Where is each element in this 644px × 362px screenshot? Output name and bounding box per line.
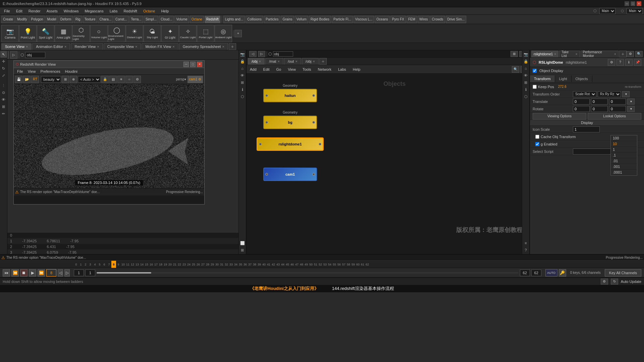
maximize-button[interactable]: □ (631, 1, 635, 6)
net-nav-go[interactable]: Go (274, 67, 283, 72)
tick-13[interactable]: 13 (135, 261, 140, 268)
tick-30[interactable]: 30 (215, 261, 219, 268)
net-info-btn[interactable]: ? (523, 247, 529, 253)
btn-rig[interactable]: Rig (74, 16, 82, 23)
rview-maximize[interactable]: ⬜ (239, 240, 246, 246)
lookat-options-btn[interactable]: Lookat Options (588, 113, 641, 120)
rsrv-channels[interactable]: ▤ (109, 76, 117, 83)
light-volume[interactable]: ○ Volume Light (90, 25, 108, 42)
tick-18[interactable]: 18 (158, 261, 163, 268)
status-refresh[interactable]: ↻ (611, 279, 618, 285)
btn-fem[interactable]: FEM (407, 16, 417, 23)
light-ambient[interactable]: ◎ Ambient Light (215, 25, 232, 42)
net-tab-mat[interactable]: /mat × (265, 58, 283, 65)
menu-octane[interactable]: Octane (141, 8, 158, 14)
tick-38[interactable]: 38 (252, 261, 257, 268)
status-icon1[interactable]: ⚙ (601, 279, 608, 285)
node-haitun-box[interactable]: haitun (263, 89, 317, 102)
tx-input[interactable] (573, 99, 590, 105)
menu-edit[interactable]: Edit (13, 8, 25, 14)
rsrv-zoom[interactable]: ⊕ (70, 76, 77, 83)
net-nav-add[interactable]: Add (248, 67, 259, 72)
light-spot[interactable]: 🔦 Spot Light (37, 25, 54, 42)
dropdown-overlay[interactable]: 100 10 1 .1 .01 .001 .0001 (610, 135, 637, 176)
tick-55[interactable]: 55 (332, 261, 337, 268)
btn-collisions[interactable]: Collisions (246, 16, 263, 23)
plus-button[interactable]: + (234, 30, 242, 37)
tick-14[interactable]: 14 (140, 261, 144, 268)
rview-mark[interactable]: ⬡ (239, 93, 246, 100)
viewing-options-btn[interactable]: Viewing Options (533, 113, 586, 120)
transform-tool[interactable]: ✛ (0, 58, 7, 65)
net-search[interactable]: 🔍 (512, 66, 519, 73)
dd-01[interactable]: .1 (611, 153, 637, 158)
rsrv-file[interactable]: File (15, 69, 25, 74)
right-tab-close1[interactable]: × (554, 52, 556, 56)
tick-53[interactable]: 53 (323, 261, 327, 268)
btn-cloud[interactable]: Cloud... (159, 16, 174, 23)
range-start-input[interactable] (74, 269, 84, 276)
obj-display-check[interactable] (533, 69, 537, 73)
btn-deform[interactable]: Deform (59, 16, 73, 23)
view-tool[interactable]: 👁 (0, 96, 7, 103)
btn-play[interactable]: ▶ (29, 269, 36, 277)
rsrv-circle[interactable]: ○ (125, 76, 133, 83)
rsrv-controls[interactable]: ─ □ ✕ (183, 62, 202, 67)
tick-21[interactable]: 21 (172, 261, 177, 268)
btn-terra[interactable]: Terra... (129, 16, 143, 23)
dd-00001[interactable]: .0001 (611, 170, 637, 175)
rotate-tool[interactable]: ↻ (0, 65, 7, 72)
tick-26[interactable]: 26 (196, 261, 201, 268)
btn-model[interactable]: Model (46, 16, 58, 23)
menu-labs[interactable]: Labs (107, 8, 120, 14)
btn-create[interactable]: Create (1, 16, 15, 23)
workspace-select[interactable]: Main (599, 8, 615, 14)
rsrv-lock[interactable]: 🔒 (101, 76, 109, 83)
node-bg[interactable]: Geometry bg (263, 111, 317, 129)
btn-vellum[interactable]: Vellum (295, 16, 308, 23)
btn-viscous[interactable]: Viscous L... (354, 16, 374, 23)
right-tab-close2[interactable]: × (576, 52, 578, 56)
ry-input[interactable] (591, 106, 608, 112)
auto-select[interactable]: < Auto > (78, 76, 101, 83)
tick-46[interactable]: 46 (290, 261, 294, 268)
icon-scale-input[interactable] (573, 126, 600, 132)
tick-15[interactable]: 15 (144, 261, 149, 268)
prop-tab-light[interactable]: Light (555, 75, 572, 82)
minimize-button[interactable]: ─ (625, 1, 629, 6)
net-tab-out[interactable]: /out × (284, 58, 301, 65)
btn-simpl[interactable]: Simpl... (144, 16, 158, 23)
btn-wires[interactable]: Wires (418, 16, 430, 23)
window-controls[interactable]: ─ □ ✕ (625, 1, 641, 6)
close-button[interactable]: ✕ (637, 1, 641, 6)
tab-close-anim[interactable]: × (64, 45, 66, 49)
tick-39[interactable]: 39 (257, 261, 262, 268)
light-environment[interactable]: ◯ Environment Light (108, 25, 125, 42)
tick-12[interactable]: 12 (130, 261, 135, 268)
btn-prev[interactable]: ⏪ (11, 269, 19, 277)
dd-0001[interactable]: .001 (611, 164, 637, 170)
key-all-channels-btn[interactable]: Key All Channels (605, 269, 641, 277)
scale-tool[interactable]: ⤢ (0, 72, 7, 79)
rsrv-rt[interactable]: RT (31, 76, 39, 83)
select-tool[interactable]: ↖ (0, 51, 7, 58)
ty-input[interactable] (591, 99, 608, 105)
rotate-dropdown[interactable]: ▾ (627, 106, 635, 112)
tick-47[interactable]: 47 (294, 261, 299, 268)
rview-layout[interactable]: ⊞ (239, 247, 246, 253)
tick-25[interactable]: 25 (191, 261, 196, 268)
range-end-input1[interactable] (520, 269, 530, 276)
net-tool1[interactable]: 📷 (523, 51, 529, 58)
rview-info[interactable]: ℹ (239, 86, 246, 93)
net-tool6[interactable]: ℹ (523, 86, 529, 93)
light-sky[interactable]: 🌤 Sky Light (144, 25, 161, 42)
btn-redshift[interactable]: Redshift (205, 16, 220, 23)
tab-close-render[interactable]: × (97, 45, 99, 49)
tick-8[interactable]: 8 (111, 261, 116, 268)
tick-27[interactable]: 27 (201, 261, 205, 268)
tick-23[interactable]: 23 (182, 261, 186, 268)
transform-order-select[interactable]: Scale Rot (573, 91, 596, 97)
tick-45[interactable]: 45 (285, 261, 290, 268)
rx-input[interactable] (573, 106, 590, 112)
tick-60[interactable]: 60 (356, 261, 360, 268)
